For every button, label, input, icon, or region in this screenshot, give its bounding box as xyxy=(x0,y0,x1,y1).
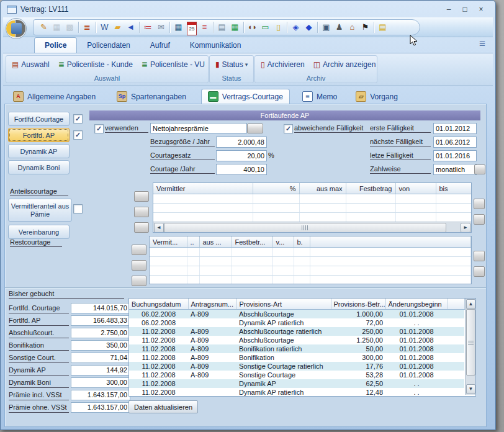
subtab-allgemeine-angaben[interactable]: A Allgemeine Angaben xyxy=(7,89,102,104)
diamond-add-icon[interactable]: ◈ xyxy=(289,20,302,34)
booking-row[interactable]: 11.02.2008A-809Bonifikation ratierlich50… xyxy=(129,344,464,353)
scroll-right-icon[interactable]: ► xyxy=(461,223,470,233)
delete-icon[interactable]: ▩ xyxy=(63,20,76,34)
rest-delete-button[interactable] xyxy=(132,276,146,286)
rest-down-button[interactable] xyxy=(474,266,485,277)
sidebar-button-dynamik-ap[interactable]: Dynamik AP xyxy=(8,144,70,158)
flag-icon[interactable]: ⚑ xyxy=(359,20,372,34)
sidebar-button-vereinbarung[interactable]: Vereinbarung xyxy=(8,225,70,239)
basis-picker-button[interactable] xyxy=(247,124,263,133)
rest-edit-button[interactable] xyxy=(132,260,146,271)
booking-row[interactable]: 06.02.2008A-809Abschlußcourtage1.000,000… xyxy=(129,310,464,319)
folder-icon[interactable]: ▰ xyxy=(111,20,124,34)
anteil-edit-button[interactable] xyxy=(134,207,149,217)
erste-faelligkeit-value[interactable]: 01.01.2012 xyxy=(433,123,477,134)
sidebar-button-fortlfd-ap[interactable]: Fortlfd. AP xyxy=(8,128,70,142)
booking-row[interactable]: 11.02.2008A-809Sonstige Courtage53,2801.… xyxy=(129,371,464,379)
column-header-buchungsdatum[interactable]: Buchungsdatum xyxy=(129,299,188,310)
rest-add-button[interactable] xyxy=(132,245,146,255)
basis-input[interactable] xyxy=(150,123,247,133)
sidebar-button-fortlfd-courtage[interactable]: Fortlfd.Courtage xyxy=(8,112,70,126)
app-logo-icon[interactable] xyxy=(6,18,27,39)
titlebar[interactable]: Vertrag: LV111 – □ × xyxy=(3,2,493,17)
satz-value[interactable]: 20,00 xyxy=(216,150,267,161)
sidebar-button-dynamik-boni[interactable]: Dynamik Boni xyxy=(8,160,70,174)
column-header-provisions-art[interactable]: Provisions-Art xyxy=(236,299,331,310)
subtab-vorgang[interactable]: ▱ Vorgang xyxy=(349,89,404,104)
diamond-icon[interactable]: ◆ xyxy=(302,20,315,34)
hierarchy-icon[interactable]: ≣ xyxy=(81,20,94,34)
subtab-spartenangaben[interactable]: Sp Spartenangaben xyxy=(110,89,192,104)
table-row[interactable] xyxy=(153,213,471,222)
bezug-value[interactable]: 2.000,48 xyxy=(216,137,267,148)
mail-icon[interactable]: ✉ xyxy=(155,20,168,34)
policenliste-vu-button[interactable]: ≣ Policenliste - VU xyxy=(137,57,209,72)
menu-icon[interactable]: ≡ xyxy=(479,38,485,50)
minimize-button[interactable]: – xyxy=(441,4,457,15)
word-icon[interactable]: W xyxy=(98,20,111,34)
booking-row[interactable]: 11.02.2008A-809Bonifikation300,0001.01.2… xyxy=(129,353,464,362)
archiv-anzeigen-button[interactable]: ◫ Archiv anzeigen xyxy=(309,57,380,72)
booking-row[interactable]: 11.02.2008A-809Abschlußcourtage ratierli… xyxy=(129,327,464,336)
rest-up-button[interactable] xyxy=(474,251,485,261)
zahlweise-picker-button[interactable] xyxy=(474,164,485,174)
anteil-add-button[interactable] xyxy=(134,191,149,202)
column-header-aenderungsbeginn[interactable]: Änderungsbeginn xyxy=(385,299,448,310)
daten-aktualisieren-button[interactable]: Daten aktualisieren xyxy=(128,400,198,413)
horizontal-scrollbar[interactable]: ◄ ► xyxy=(153,222,471,232)
vermittleranteil-checkbox[interactable] xyxy=(73,204,83,214)
subtab-memo[interactable]: ≡ Memo xyxy=(296,89,343,104)
tab-aufruf[interactable]: Aufruf xyxy=(140,38,180,53)
back-icon[interactable]: ◄ xyxy=(124,20,137,34)
monitor-icon[interactable]: ▣ xyxy=(320,20,333,34)
column-header-antragsnummer[interactable]: Antragsnum... xyxy=(188,299,236,310)
status-button[interactable]: ▮ Status ▾ xyxy=(211,57,252,72)
booking-row[interactable]: 11.02.2008Dynamik AP62,50. . xyxy=(129,379,464,388)
tab-police[interactable]: Police xyxy=(34,37,77,53)
save-icon[interactable]: ▦ xyxy=(50,20,63,34)
edit-icon[interactable]: ✎ xyxy=(37,20,50,34)
fortlfd-courtage-checkbox[interactable] xyxy=(73,114,83,124)
money-icon[interactable]: ▭ xyxy=(259,20,272,34)
subtab-vertrags-courtage[interactable]: ▬ Vertrags-Courtage xyxy=(201,89,290,104)
fortlfd-ap-checkbox[interactable] xyxy=(73,130,83,140)
restore-button[interactable]: □ xyxy=(457,4,473,15)
scroll-up-icon[interactable]: ▲ xyxy=(466,299,475,309)
booking-row[interactable]: 11.02.2008Dynamik AP ratierlich12,48. . xyxy=(129,388,464,397)
contacts-icon[interactable]: ◖◗ xyxy=(246,20,259,34)
calendar-list-icon[interactable]: ≡ xyxy=(198,20,211,34)
naechste-faelligkeit-value[interactable]: 01.06.2012 xyxy=(433,137,477,148)
vertical-scrollbar[interactable]: ▲ ▼ xyxy=(465,299,475,395)
calendar-day-icon[interactable]: 25 xyxy=(185,20,198,34)
cjahr-value[interactable]: 400,10 xyxy=(216,164,267,175)
table-row[interactable] xyxy=(153,194,471,204)
booking-row[interactable]: 11.02.2008A-809Abschlußcourtage1.250,000… xyxy=(129,336,464,344)
archivieren-button[interactable]: ▯ Archivieren xyxy=(256,57,309,72)
verwenden-checkbox[interactable] xyxy=(94,124,104,133)
scroll-left-icon[interactable]: ◄ xyxy=(154,223,164,233)
table-row[interactable] xyxy=(150,257,471,266)
abweichende-faelligkeit-checkbox[interactable] xyxy=(284,124,293,133)
table-row[interactable] xyxy=(150,276,471,285)
tab-kommunikation[interactable]: Kommunikation xyxy=(180,38,251,53)
table-row[interactable] xyxy=(150,266,471,276)
tasklist-icon[interactable]: ≔ xyxy=(142,20,155,34)
column-header-provisions-betrag[interactable]: Provisions-Betr... xyxy=(331,299,385,310)
person-icon[interactable]: ♟ xyxy=(333,20,346,34)
protocol-icon[interactable]: ▤ xyxy=(215,20,228,34)
anteil-delete-button[interactable] xyxy=(134,222,149,233)
form-icon[interactable]: ▦ xyxy=(228,20,241,34)
letze-faelligkeit-value[interactable]: 01.01.2016 xyxy=(433,150,477,161)
booking-row[interactable]: 06.02.2008Dynamik AP ratierlich72,00. . xyxy=(129,318,464,327)
table-row[interactable] xyxy=(153,204,471,213)
media-icon[interactable]: ▦ xyxy=(172,20,185,34)
sidebar-button-vermittleranteil[interactable]: Vermittleranteil aus Pämie xyxy=(8,199,72,222)
home-icon[interactable]: ⌂ xyxy=(346,20,359,34)
scrollbar-thumb[interactable] xyxy=(466,309,475,376)
scrollbar-thumb[interactable] xyxy=(164,223,446,233)
table-row[interactable] xyxy=(150,248,471,257)
close-button[interactable]: × xyxy=(473,4,489,15)
anteil-up-button[interactable] xyxy=(474,199,485,209)
scroll-down-icon[interactable]: ▼ xyxy=(466,384,475,394)
note-icon[interactable]: ▯ xyxy=(272,20,285,34)
